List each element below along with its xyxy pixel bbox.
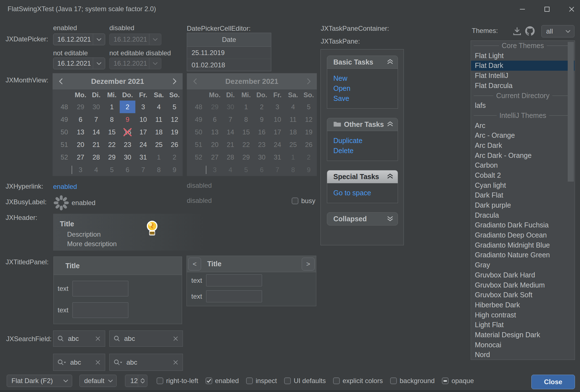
calendar-day[interactable]: 23 [120, 138, 135, 151]
calendar-day[interactable]: 15 [104, 126, 120, 138]
scrollbar-thumb[interactable] [568, 42, 574, 182]
calendar-day[interactable]: 13 [73, 126, 88, 138]
busy-checkbox[interactable]: busy [292, 197, 315, 205]
search-input[interactable]: abc [126, 358, 173, 366]
checkbox-box[interactable] [333, 377, 340, 384]
chevron-double-up-icon[interactable] [387, 173, 393, 181]
theme-item[interactable]: Gradianto Midnight Blue [471, 240, 575, 250]
theme-item[interactable]: Gruvbox Dark Hard [471, 270, 575, 280]
calendar-day[interactable]: 1 [151, 151, 167, 163]
taskpane-group-header[interactable]: Special Tasks [327, 170, 398, 183]
calendar-day[interactable]: 14 [88, 126, 104, 138]
calendar-day[interactable]: 30 [88, 101, 104, 113]
checkbox-right-to-left[interactable]: right-to-left [157, 377, 198, 385]
maximize-icon[interactable] [543, 5, 551, 14]
clear-icon[interactable] [95, 336, 100, 341]
github-icon[interactable] [525, 26, 535, 37]
checkbox-background[interactable]: background [390, 377, 435, 385]
theme-item[interactable]: Arc - Orange [471, 130, 575, 141]
calendar-day[interactable]: 2 [167, 151, 182, 163]
theme-item[interactable]: Flat IntelliJ [471, 71, 575, 81]
checkbox-box[interactable] [206, 377, 212, 384]
taskpane-link[interactable]: Delete [333, 146, 398, 156]
calendar-day[interactable]: 6 [73, 113, 88, 126]
spinner-value[interactable]: 12 [125, 375, 138, 387]
close-icon[interactable] [567, 5, 576, 14]
table-header-date[interactable]: Date [187, 33, 271, 47]
calendar-day[interactable]: 8 [151, 163, 167, 176]
calendar-day[interactable]: 7 [135, 163, 151, 176]
taskpane-link[interactable]: Open [333, 83, 398, 93]
text-input[interactable] [72, 302, 128, 318]
calendar-day[interactable]: 24 [135, 138, 151, 151]
theme-item[interactable]: Hiberbee Dark [471, 300, 575, 310]
calendar-day[interactable]: 17 [135, 126, 151, 138]
theme-item[interactable]: lafs [471, 101, 575, 111]
calendar-day[interactable]: 4 [88, 163, 104, 176]
theme-item[interactable]: Cyan light [471, 180, 575, 191]
calendar-day[interactable]: 11 [151, 113, 167, 126]
theme-item[interactable]: Nord [471, 350, 575, 360]
text-input[interactable] [206, 290, 262, 302]
style-combo[interactable]: default [79, 375, 117, 387]
minimize-icon[interactable] [518, 5, 527, 14]
chevron-double-up-icon[interactable] [387, 120, 393, 129]
calendar-day[interactable]: 19 [167, 126, 182, 138]
taskpane-group-header[interactable]: Other Tasks [327, 118, 398, 131]
combo-value[interactable]: Flat Dark (F2) [7, 377, 60, 385]
search-field-with-menu[interactable]: abc [53, 354, 105, 371]
combo-value[interactable]: all [542, 27, 562, 35]
clear-icon[interactable] [173, 360, 178, 365]
search-menu-icon[interactable] [57, 359, 66, 366]
theme-item[interactable]: Gradianto Nature Green [471, 250, 575, 260]
search-field-with-menu[interactable]: abc [109, 354, 183, 371]
calendar-day[interactable]: 12 [167, 113, 182, 126]
calendar-day[interactable]: 31 [135, 151, 151, 163]
calendar-day[interactable]: 29 [73, 101, 88, 113]
table-row[interactable]: 01.02.2018 [187, 59, 271, 71]
search-menu-icon[interactable] [114, 359, 122, 366]
theme-item[interactable]: Material Design Dark [471, 330, 575, 340]
theme-item[interactable]: Dracula [471, 210, 575, 220]
chevron-double-down-icon[interactable] [387, 215, 393, 223]
laf-combo[interactable]: Flat Dark (F2) [7, 375, 72, 387]
calendar-day[interactable]: 26 [167, 138, 182, 151]
search-input[interactable]: abc [68, 335, 95, 343]
text-input[interactable] [206, 274, 262, 286]
theme-item[interactable]: High contrast [471, 310, 575, 320]
calendar-day[interactable]: 29 [104, 151, 120, 163]
calendar-day[interactable]: 1 [104, 101, 120, 113]
themes-list[interactable]: Core ThemesFlat LightFlat DarkFlat Intel… [471, 41, 575, 360]
clear-icon[interactable] [173, 336, 178, 341]
taskpane-link[interactable]: Duplicate [333, 136, 398, 146]
theme-item[interactable]: Gray [471, 260, 575, 270]
checkbox-inspect[interactable]: inspect [246, 377, 277, 385]
monthview-calendar-enabled[interactable]: Dezember 2021Mo.Di.Mi.Do.Fr.Sa.So.482930… [53, 73, 183, 176]
search-field[interactable]: abc [109, 331, 183, 347]
calendar-day[interactable]: 16 [120, 126, 135, 138]
date-value[interactable]: 16.12.2021 [53, 34, 93, 45]
checkbox-ui-defaults[interactable]: UI defaults [284, 377, 326, 385]
calendar-day[interactable]: 22 [104, 138, 120, 151]
chevron-down-icon[interactable] [60, 380, 72, 382]
chevron-down-icon[interactable] [562, 30, 574, 33]
checkbox-box[interactable] [246, 377, 253, 384]
taskpane-group-header[interactable]: Collapsed [327, 212, 398, 225]
themes-filter-combo[interactable]: all [541, 25, 574, 37]
calendar-day[interactable]: 21 [88, 138, 104, 151]
prev-button[interactable]: < [188, 258, 201, 270]
hyperlink-enabled[interactable]: enabled [53, 183, 77, 191]
checkbox-explicit-colors[interactable]: explicit colors [333, 377, 383, 385]
theme-item[interactable]: Light Flat [471, 320, 575, 330]
datepicker-enabled-field[interactable]: 16.12.2021 [53, 34, 105, 45]
chevron-down-icon[interactable] [93, 34, 105, 45]
theme-item[interactable]: Carbon [471, 160, 575, 170]
theme-item[interactable]: Flat Light [471, 51, 575, 61]
calendar-day[interactable]: 28 [88, 151, 104, 163]
theme-item[interactable]: Gruvbox Dark Medium [471, 280, 575, 290]
calendar-day[interactable]: 3 [135, 101, 151, 113]
theme-item[interactable]: Gradianto Deep Ocean [471, 230, 575, 240]
datepicker-not-editable-field[interactable]: 16.12.2021 [53, 58, 105, 69]
prev-month-icon[interactable] [53, 73, 69, 89]
calendar-day[interactable]: 8 [104, 113, 120, 126]
